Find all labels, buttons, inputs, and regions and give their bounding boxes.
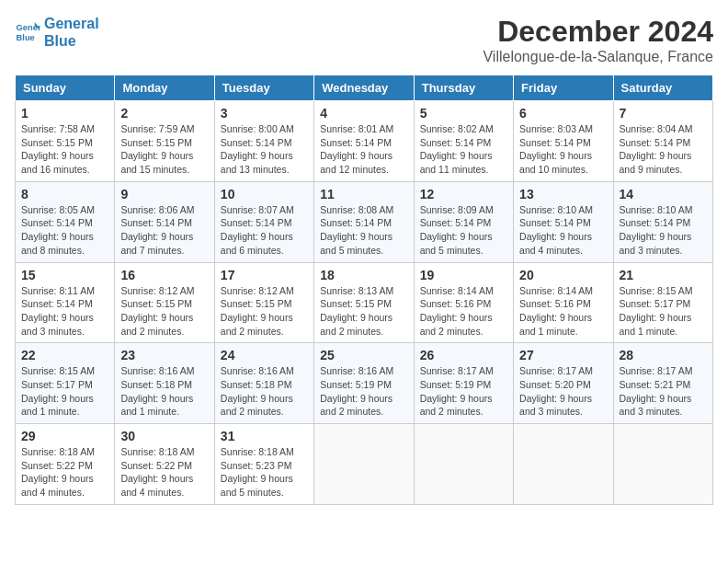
day-number: 8 bbox=[21, 187, 108, 201]
calendar-cell: 22 Sunrise: 8:15 AM Sunset: 5:17 PM Dayl… bbox=[16, 343, 115, 424]
calendar-cell: 1 Sunrise: 7:58 AM Sunset: 5:15 PM Dayli… bbox=[16, 101, 115, 182]
day-number: 22 bbox=[21, 348, 108, 362]
day-info: Sunrise: 8:16 AM Sunset: 5:18 PM Dayligh… bbox=[120, 364, 208, 419]
day-number: 1 bbox=[21, 106, 108, 121]
calendar-cell: 17 Sunrise: 8:12 AM Sunset: 5:15 PM Dayl… bbox=[214, 262, 313, 343]
day-info: Sunrise: 8:10 AM Sunset: 5:14 PM Dayligh… bbox=[519, 203, 607, 258]
day-info: Sunrise: 8:09 AM Sunset: 5:14 PM Dayligh… bbox=[420, 203, 507, 258]
calendar-cell: 16 Sunrise: 8:12 AM Sunset: 5:15 PM Dayl… bbox=[115, 262, 214, 343]
day-number: 2 bbox=[120, 106, 208, 121]
calendar-cell: 23 Sunrise: 8:16 AM Sunset: 5:18 PM Dayl… bbox=[115, 343, 214, 424]
week-row-1: 1 Sunrise: 7:58 AM Sunset: 5:15 PM Dayli… bbox=[16, 101, 713, 182]
weekday-header-wednesday: Wednesday bbox=[314, 75, 414, 101]
week-row-4: 22 Sunrise: 8:15 AM Sunset: 5:17 PM Dayl… bbox=[16, 343, 713, 424]
day-number: 26 bbox=[420, 348, 507, 362]
calendar-cell: 29 Sunrise: 8:18 AM Sunset: 5:22 PM Dayl… bbox=[16, 424, 115, 505]
day-info: Sunrise: 8:15 AM Sunset: 5:17 PM Dayligh… bbox=[620, 284, 707, 339]
week-row-3: 15 Sunrise: 8:11 AM Sunset: 5:14 PM Dayl… bbox=[16, 262, 713, 343]
day-info: Sunrise: 8:18 AM Sunset: 5:22 PM Dayligh… bbox=[120, 445, 208, 500]
calendar-cell: 30 Sunrise: 8:18 AM Sunset: 5:22 PM Dayl… bbox=[115, 424, 214, 505]
calendar-cell bbox=[414, 424, 513, 505]
calendar-cell: 7 Sunrise: 8:04 AM Sunset: 5:14 PM Dayli… bbox=[613, 101, 712, 182]
calendar-cell: 26 Sunrise: 8:17 AM Sunset: 5:19 PM Dayl… bbox=[414, 343, 513, 424]
day-info: Sunrise: 7:59 AM Sunset: 5:15 PM Dayligh… bbox=[120, 122, 208, 177]
weekday-header-friday: Friday bbox=[514, 75, 613, 101]
calendar-cell: 19 Sunrise: 8:14 AM Sunset: 5:16 PM Dayl… bbox=[414, 262, 513, 343]
calendar-cell: 12 Sunrise: 8:09 AM Sunset: 5:14 PM Dayl… bbox=[414, 181, 513, 262]
day-info: Sunrise: 8:02 AM Sunset: 5:14 PM Dayligh… bbox=[420, 122, 507, 177]
calendar-cell: 9 Sunrise: 8:06 AM Sunset: 5:14 PM Dayli… bbox=[115, 181, 214, 262]
logo-general: General bbox=[44, 15, 99, 32]
day-number: 31 bbox=[221, 429, 308, 443]
location-title: Villelongue-de-la-Salanque, France bbox=[483, 49, 713, 65]
day-number: 29 bbox=[21, 429, 108, 443]
calendar-cell: 2 Sunrise: 7:59 AM Sunset: 5:15 PM Dayli… bbox=[115, 101, 214, 182]
day-info: Sunrise: 8:10 AM Sunset: 5:14 PM Dayligh… bbox=[620, 203, 707, 258]
day-number: 14 bbox=[620, 187, 707, 201]
calendar-cell bbox=[314, 424, 414, 505]
day-info: Sunrise: 8:14 AM Sunset: 5:16 PM Dayligh… bbox=[420, 284, 507, 339]
day-number: 18 bbox=[320, 268, 407, 282]
calendar-cell: 20 Sunrise: 8:14 AM Sunset: 5:16 PM Dayl… bbox=[514, 262, 613, 343]
calendar-cell: 11 Sunrise: 8:08 AM Sunset: 5:14 PM Dayl… bbox=[314, 181, 414, 262]
calendar-cell bbox=[514, 424, 613, 505]
day-number: 19 bbox=[420, 268, 507, 282]
day-info: Sunrise: 8:08 AM Sunset: 5:14 PM Dayligh… bbox=[320, 203, 407, 258]
logo-icon: General Blue bbox=[15, 19, 40, 45]
day-info: Sunrise: 8:17 AM Sunset: 5:21 PM Dayligh… bbox=[620, 364, 707, 419]
day-number: 20 bbox=[519, 268, 607, 282]
calendar-cell: 15 Sunrise: 8:11 AM Sunset: 5:14 PM Dayl… bbox=[16, 262, 115, 343]
day-number: 5 bbox=[420, 106, 507, 121]
day-info: Sunrise: 8:12 AM Sunset: 5:15 PM Dayligh… bbox=[221, 284, 308, 339]
day-number: 7 bbox=[620, 106, 707, 121]
day-info: Sunrise: 8:04 AM Sunset: 5:14 PM Dayligh… bbox=[620, 122, 707, 177]
weekday-header-thursday: Thursday bbox=[414, 75, 513, 101]
day-number: 4 bbox=[320, 106, 407, 121]
calendar-table: SundayMondayTuesdayWednesdayThursdayFrid… bbox=[15, 75, 713, 505]
weekday-header-tuesday: Tuesday bbox=[214, 75, 313, 101]
calendar-cell: 13 Sunrise: 8:10 AM Sunset: 5:14 PM Dayl… bbox=[514, 181, 613, 262]
day-number: 30 bbox=[120, 429, 208, 443]
day-number: 3 bbox=[221, 106, 308, 121]
calendar-cell: 27 Sunrise: 8:17 AM Sunset: 5:20 PM Dayl… bbox=[514, 343, 613, 424]
day-number: 6 bbox=[519, 106, 607, 121]
day-number: 27 bbox=[519, 348, 607, 362]
weekday-header-monday: Monday bbox=[115, 75, 214, 101]
day-number: 25 bbox=[320, 348, 407, 362]
day-number: 17 bbox=[221, 268, 308, 282]
calendar-cell: 14 Sunrise: 8:10 AM Sunset: 5:14 PM Dayl… bbox=[613, 181, 712, 262]
day-number: 15 bbox=[21, 268, 108, 282]
weekday-header-row: SundayMondayTuesdayWednesdayThursdayFrid… bbox=[16, 75, 713, 101]
day-info: Sunrise: 8:12 AM Sunset: 5:15 PM Dayligh… bbox=[120, 284, 208, 339]
day-info: Sunrise: 8:00 AM Sunset: 5:14 PM Dayligh… bbox=[221, 122, 308, 177]
calendar-cell: 28 Sunrise: 8:17 AM Sunset: 5:21 PM Dayl… bbox=[613, 343, 712, 424]
calendar-cell: 5 Sunrise: 8:02 AM Sunset: 5:14 PM Dayli… bbox=[414, 101, 513, 182]
calendar-cell: 18 Sunrise: 8:13 AM Sunset: 5:15 PM Dayl… bbox=[314, 262, 414, 343]
calendar-body: 1 Sunrise: 7:58 AM Sunset: 5:15 PM Dayli… bbox=[16, 101, 713, 505]
day-info: Sunrise: 8:16 AM Sunset: 5:19 PM Dayligh… bbox=[320, 364, 407, 419]
day-info: Sunrise: 8:06 AM Sunset: 5:14 PM Dayligh… bbox=[120, 203, 208, 258]
title-block: December 2024 Villelongue-de-la-Salanque… bbox=[483, 15, 713, 65]
day-number: 28 bbox=[620, 348, 707, 362]
month-title: December 2024 bbox=[483, 15, 713, 49]
day-info: Sunrise: 8:17 AM Sunset: 5:19 PM Dayligh… bbox=[420, 364, 507, 419]
day-number: 16 bbox=[120, 268, 208, 282]
week-row-5: 29 Sunrise: 8:18 AM Sunset: 5:22 PM Dayl… bbox=[16, 424, 713, 505]
calendar-cell: 24 Sunrise: 8:16 AM Sunset: 5:18 PM Dayl… bbox=[214, 343, 313, 424]
day-number: 21 bbox=[620, 268, 707, 282]
calendar-cell bbox=[613, 424, 712, 505]
calendar-cell: 10 Sunrise: 8:07 AM Sunset: 5:14 PM Dayl… bbox=[214, 181, 313, 262]
day-number: 11 bbox=[320, 187, 407, 201]
calendar-cell: 25 Sunrise: 8:16 AM Sunset: 5:19 PM Dayl… bbox=[314, 343, 414, 424]
day-info: Sunrise: 8:13 AM Sunset: 5:15 PM Dayligh… bbox=[320, 284, 407, 339]
weekday-header-saturday: Saturday bbox=[613, 75, 712, 101]
day-number: 9 bbox=[120, 187, 208, 201]
day-info: Sunrise: 8:01 AM Sunset: 5:14 PM Dayligh… bbox=[320, 122, 407, 177]
day-number: 10 bbox=[221, 187, 308, 201]
calendar-cell: 6 Sunrise: 8:03 AM Sunset: 5:14 PM Dayli… bbox=[514, 101, 613, 182]
logo-blue: Blue bbox=[44, 32, 99, 50]
svg-text:Blue: Blue bbox=[17, 34, 35, 43]
logo: General Blue General Blue bbox=[15, 15, 99, 50]
calendar-cell: 21 Sunrise: 8:15 AM Sunset: 5:17 PM Dayl… bbox=[613, 262, 712, 343]
day-number: 13 bbox=[519, 187, 607, 201]
